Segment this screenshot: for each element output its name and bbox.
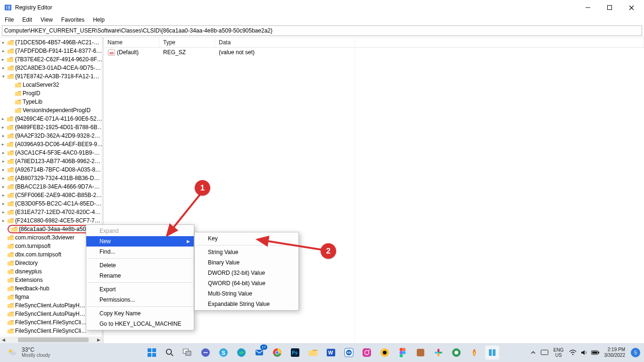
ctx-export[interactable]: Export xyxy=(86,284,194,295)
chevron-icon[interactable]: ▸ xyxy=(1,150,6,155)
ctx-delete[interactable]: Delete xyxy=(86,260,194,271)
menu-file[interactable]: File xyxy=(1,16,17,24)
chevron-icon[interactable]: ▸ xyxy=(1,159,6,164)
context-menu-main[interactable]: Expand New▶ Find... Delete Rename Export… xyxy=(86,224,194,330)
tray-chevron-up-icon[interactable] xyxy=(529,348,537,357)
start-button[interactable] xyxy=(145,346,159,360)
col-data[interactable]: Data xyxy=(215,37,644,47)
chevron-icon[interactable]: ▸ xyxy=(1,116,6,121)
context-menu-new[interactable]: Key String Value Binary Value DWORD (32-… xyxy=(194,232,299,311)
tree-item[interactable]: ▸{71DCE5D6-4B57-496B-AC21-… xyxy=(0,38,102,47)
tree-item[interactable]: ▸{CB3D0F55-BC2C-4C1A-85ED-… xyxy=(0,199,102,208)
ctx-new-binary[interactable]: Binary Value xyxy=(195,257,298,268)
tree-item[interactable]: ▸{9AA2F32D-362A-42D9-9328-2… xyxy=(0,132,102,140)
minimize-button[interactable] xyxy=(577,0,599,15)
chevron-icon[interactable]: ▸ xyxy=(1,210,6,214)
taskbar-app-generic2[interactable] xyxy=(413,346,428,360)
taskbar-app-chrome[interactable] xyxy=(270,346,284,360)
tray-keyboard-icon[interactable] xyxy=(540,348,549,357)
taskbar-app-chat[interactable] xyxy=(198,346,213,360)
tree-item[interactable]: ▾{917E8742-AA3B-7318-FA12-1… xyxy=(0,72,102,81)
taskbar-app-explorer[interactable] xyxy=(306,346,320,360)
language-indicator[interactable]: ENG US xyxy=(552,347,566,358)
chevron-icon[interactable]: ▸ xyxy=(1,133,6,138)
tree-item[interactable]: ▸{F241C880-6982-4CE5-8CF7-7… xyxy=(0,216,102,225)
taskbar[interactable]: 33°C Mostly cloudy S 17 Ps W ENG US xyxy=(0,343,644,362)
chevron-icon[interactable]: ▸ xyxy=(1,57,6,62)
notification-badge[interactable]: 5 xyxy=(631,348,640,357)
tree-item[interactable]: ▸{7AFDFDDB-F914-11E4-8377-6… xyxy=(0,47,102,55)
taskbar-app-generic3[interactable] xyxy=(449,346,463,360)
taskbar-app-word[interactable]: W xyxy=(324,346,338,360)
tree-item[interactable]: ▸{82CA8DE3-01AD-4CEA-9D75-… xyxy=(0,64,102,72)
chevron-icon[interactable]: ▸ xyxy=(1,176,6,181)
chevron-icon[interactable]: ▸ xyxy=(1,66,6,70)
close-button[interactable] xyxy=(620,0,642,15)
col-type[interactable]: Type xyxy=(159,37,215,47)
chevron-icon[interactable]: ▾ xyxy=(1,74,6,79)
taskbar-app-instagram[interactable] xyxy=(360,346,374,360)
tree-item[interactable]: ▸{BBACC218-34EA-4666-9D7A-… xyxy=(0,182,102,191)
volume-icon[interactable] xyxy=(580,348,588,357)
ctx-rename[interactable]: Rename xyxy=(86,271,194,281)
taskbar-weather-widget[interactable]: 33°C Mostly cloudy xyxy=(0,347,75,358)
tree-item[interactable]: LocalServer32 xyxy=(0,81,102,89)
task-view-button[interactable] xyxy=(181,346,195,360)
col-name[interactable]: Name xyxy=(104,37,159,47)
ctx-new-expandstring[interactable]: Expandable String Value xyxy=(195,299,298,309)
chevron-icon[interactable]: ▸ xyxy=(1,167,6,172)
taskbar-app-skype[interactable]: S xyxy=(216,346,231,360)
scroll-thumb[interactable] xyxy=(18,337,89,342)
tree-item[interactable]: ProgID xyxy=(0,89,102,98)
chevron-icon[interactable]: ▸ xyxy=(1,49,6,53)
battery-icon[interactable] xyxy=(591,348,600,357)
ctx-goto-hklm[interactable]: Go to HKEY_LOCAL_MACHINE xyxy=(86,319,194,329)
clock[interactable]: 2:19 PM 3/30/2022 xyxy=(603,347,627,358)
tree-item[interactable]: ▸{A0396A93-DC06-4AEF-BEE9-9… xyxy=(0,140,102,148)
scroll-right-icon[interactable]: ▶ xyxy=(95,337,102,342)
menu-view[interactable]: View xyxy=(37,16,57,24)
taskbar-app-edge[interactable] xyxy=(234,346,248,360)
value-row[interactable]: ab (Default) REG_SZ (value not set) xyxy=(104,48,644,57)
chevron-icon[interactable]: ▸ xyxy=(1,125,6,130)
tree-item[interactable]: ▸{94269C4E-071A-4116-90E6-52… xyxy=(0,115,102,123)
chevron-icon[interactable]: ▸ xyxy=(1,193,6,197)
ctx-new-string[interactable]: String Value xyxy=(195,247,298,257)
tree-item[interactable]: ▸{E31EA727-12ED-4702-820C-4… xyxy=(0,208,102,216)
tree-horizontal-scrollbar[interactable]: ◀ ▶ xyxy=(0,337,102,343)
taskbar-app-generic4[interactable] xyxy=(467,346,481,360)
taskbar-app-slack[interactable] xyxy=(431,346,446,360)
tree-item[interactable]: ▸{C5FF006E-2AE9-408C-B85B-2… xyxy=(0,191,102,199)
taskbar-app-active[interactable] xyxy=(485,346,499,360)
tree-item[interactable]: ▸{9489FEB2-1925-4D01-B788-6B… xyxy=(0,123,102,132)
tree-item[interactable]: ▸{A926714B-7BFC-4D08-A035-8… xyxy=(0,165,102,174)
ctx-new-dword[interactable]: DWORD (32-bit) Value xyxy=(195,268,298,278)
tree-item[interactable]: ▸{7B37E4E2-C62F-4914-9620-8F… xyxy=(0,55,102,64)
maximize-button[interactable] xyxy=(599,0,620,15)
ctx-permissions[interactable]: Permissions... xyxy=(86,295,194,305)
chevron-icon[interactable]: ▸ xyxy=(1,184,6,189)
ctx-new-qword[interactable]: QWORD (64-bit) Value xyxy=(195,278,298,288)
menu-favorites[interactable]: Favorites xyxy=(58,16,88,24)
taskbar-app-mail[interactable]: 17 xyxy=(252,346,266,360)
ctx-new[interactable]: New▶ xyxy=(86,236,194,247)
chevron-icon[interactable]: ▸ xyxy=(1,142,6,147)
menu-help[interactable]: Help xyxy=(89,16,108,24)
tree-item[interactable]: VersionIndependentProgID xyxy=(0,106,102,115)
tree-item[interactable]: ▸{A78ED123-AB77-406B-9962-2… xyxy=(0,157,102,165)
chevron-icon[interactable]: ▸ xyxy=(1,201,6,206)
address-bar[interactable]: Computer\HKEY_CURRENT_USER\Software\Clas… xyxy=(2,25,642,36)
ctx-new-key[interactable]: Key xyxy=(195,233,298,244)
taskbar-app-generic1[interactable] xyxy=(378,346,392,360)
chevron-icon[interactable]: ▸ xyxy=(1,218,6,223)
tree-item[interactable]: ▸{AB807329-7324-431B-8B36-D… xyxy=(0,174,102,182)
tree-item[interactable]: ▸{A3CA1CF4-5F3E-4AC0-91B9-… xyxy=(0,148,102,157)
ctx-new-multistring[interactable]: Multi-String Value xyxy=(195,288,298,299)
ctx-copy-key-name[interactable]: Copy Key Name xyxy=(86,308,194,319)
scroll-left-icon[interactable]: ◀ xyxy=(0,337,7,342)
ctx-find[interactable]: Find... xyxy=(86,247,194,257)
search-button[interactable] xyxy=(163,346,177,360)
tree-item[interactable]: TypeLib xyxy=(0,98,102,106)
taskbar-app-photoshop[interactable]: Ps xyxy=(288,346,302,360)
taskbar-app-figma[interactable] xyxy=(396,346,410,360)
